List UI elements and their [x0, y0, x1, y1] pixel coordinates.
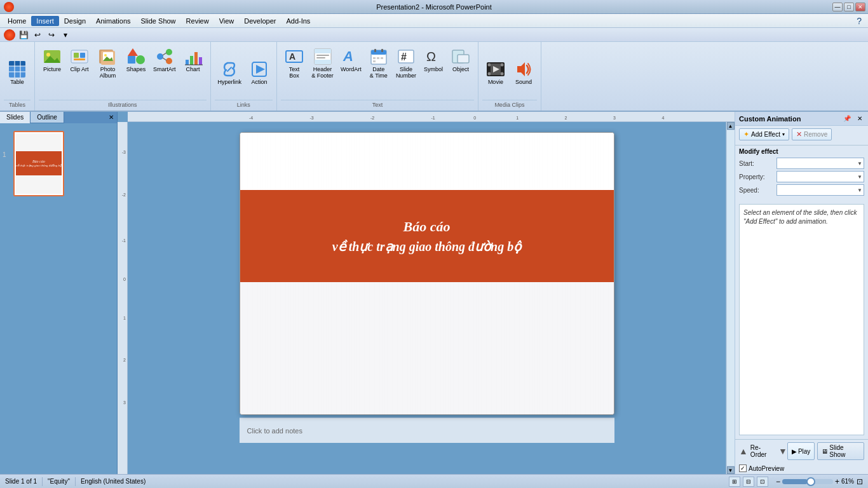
media-clips-group-label: Media Clips [482, 100, 537, 108]
svg-rect-26 [186, 60, 189, 65]
svg-point-7 [46, 53, 50, 57]
customize-qa-btn[interactable]: ▾ [60, 29, 71, 41]
slideshow-btn[interactable]: 🖥 Slide Show [817, 442, 864, 460]
horizontal-ruler: -4 -3 -2 -1 0 1 2 3 4 [128, 112, 735, 122]
menu-review[interactable]: Review [181, 16, 214, 26]
slide-bottom-area[interactable] [240, 282, 614, 414]
zoom-out-btn[interactable]: − [776, 477, 780, 486]
start-key: Start: [739, 160, 774, 167]
autopreview-checkbox[interactable]: ✓ [739, 464, 747, 472]
scroll-down-btn[interactable]: ▼ [727, 466, 735, 474]
minimize-btn[interactable]: — [832, 3, 843, 11]
svg-rect-48 [381, 57, 383, 59]
svg-marker-33 [256, 65, 265, 74]
picture-btn[interactable]: Picture [39, 44, 65, 75]
slide-title-band[interactable]: Báo cáo về thực trạng giao thông đường b… [240, 190, 614, 282]
photoalbum-btn[interactable]: PhotoAlbum [93, 44, 122, 81]
zoom-in-btn[interactable]: + [835, 477, 839, 486]
notes-placeholder: Click to add notes [247, 427, 302, 435]
action-btn[interactable]: Action [246, 57, 273, 88]
menu-slideshow[interactable]: Slide Show [136, 16, 181, 26]
slide-panel: Slides Outline ✕ 1 Báo cáo về thực trạng… [0, 112, 118, 474]
hyperlink-btn[interactable]: Hyperlink [215, 57, 245, 88]
office-btn[interactable] [4, 29, 15, 41]
svg-rect-11 [80, 53, 85, 58]
property-key: Property: [739, 173, 774, 180]
svg-marker-20 [128, 48, 138, 56]
slide-canvas-area[interactable]: Báo cáo về thực trạng giao thông đường b… [128, 122, 726, 474]
menu-design[interactable]: Design [59, 16, 91, 26]
zoom-thumb[interactable] [806, 477, 815, 486]
sound-btn[interactable]: Sound [510, 57, 537, 88]
start-field[interactable]: ▼ [776, 158, 864, 169]
slide-thumbnail-1[interactable]: Báo cáo về thực trạng giao thông đường b… [13, 131, 64, 196]
textbox-btn[interactable]: A TextBox [281, 44, 308, 81]
save-btn[interactable]: 💾 [18, 29, 29, 41]
svg-point-59 [500, 72, 503, 75]
slidenumber-btn[interactable]: # SlideNumber [393, 44, 419, 81]
svg-text:A: A [342, 48, 353, 64]
reorder-up-btn[interactable]: ▲ [739, 446, 748, 456]
object-icon [451, 46, 471, 67]
panel-close-btn2[interactable]: ✕ [855, 114, 864, 123]
datetime-btn[interactable]: Date& Time [365, 44, 392, 81]
notes-area[interactable]: Click to add notes [240, 417, 614, 443]
outline-tab[interactable]: Outline [31, 112, 64, 123]
menu-animations[interactable]: Animations [91, 16, 135, 26]
header-footer-btn[interactable]: Header& Footer [308, 44, 337, 81]
menu-developer[interactable]: Developer [239, 16, 281, 26]
theme-name: "Equity" [48, 478, 70, 485]
play-btn[interactable]: ▶ Play [787, 442, 815, 460]
table-label: Table [10, 79, 24, 86]
slides-tab[interactable]: Slides [0, 112, 31, 123]
status-right: ⊞ ⊟ ⊡ − + 61% ⊡ [729, 477, 863, 487]
shapes-btn[interactable]: Shapes [123, 44, 149, 75]
object-btn[interactable]: Object [447, 44, 474, 75]
zoom-slider[interactable] [782, 479, 833, 484]
panel-header-controls: 📌 ✕ [841, 114, 864, 123]
scroll-up-btn[interactable]: ▲ [727, 122, 735, 130]
clipart-icon [69, 46, 90, 67]
thumb-title2: về thực trạng giao thông đường bộ [16, 163, 62, 167]
menu-addins[interactable]: Add-Ins [281, 16, 315, 26]
table-btn[interactable]: Table [4, 57, 31, 88]
help-btn[interactable]: ? [853, 15, 865, 27]
property-field[interactable]: ▼ [776, 171, 864, 182]
panel-close-btn[interactable]: ✕ [105, 112, 117, 123]
animation-panel-header: Custom Animation 📌 ✕ [735, 112, 868, 126]
smartart-btn[interactable]: SmartArt [150, 44, 179, 75]
svg-marker-62 [517, 62, 525, 76]
panel-pin-btn[interactable]: 📌 [841, 114, 853, 123]
svg-line-25 [163, 58, 166, 60]
vertical-scrollbar[interactable]: ▲ ▼ [726, 122, 735, 474]
svg-rect-47 [377, 57, 379, 59]
speed-field[interactable]: ▼ [776, 184, 864, 196]
close-btn[interactable]: ✕ [855, 3, 865, 11]
thumbnail-content: Báo cáo về thực trạng giao thông đường b… [16, 133, 62, 194]
movie-btn[interactable]: Movie [482, 57, 509, 88]
datetime-icon [369, 46, 389, 67]
reading-view-btn[interactable]: ⊡ [757, 477, 768, 487]
svg-rect-39 [316, 55, 329, 56]
remove-btn[interactable]: ✕ Remove [792, 128, 832, 140]
fit-to-window-btn[interactable]: ⊡ [857, 477, 863, 486]
slide-canvas[interactable]: Báo cáo về thực trạng giao thông đường b… [240, 132, 614, 415]
menu-view[interactable]: View [214, 16, 240, 26]
clipart-btn[interactable]: Clip Art [66, 44, 93, 75]
menu-insert[interactable]: Insert [31, 16, 59, 26]
wordart-label: WordArt [341, 67, 362, 73]
normal-view-btn[interactable]: ⊞ [729, 477, 740, 487]
add-effect-label: Add Effect [751, 131, 780, 138]
slide-sorter-btn[interactable]: ⊟ [743, 477, 754, 487]
wordart-btn[interactable]: A WordArt [337, 44, 365, 75]
maximize-btn[interactable]: □ [844, 3, 854, 11]
main-area: Slides Outline ✕ 1 Báo cáo về thực trạng… [0, 112, 868, 474]
redo-btn[interactable]: ↪ [46, 29, 57, 41]
symbol-btn[interactable]: Ω Symbol [420, 44, 447, 75]
menu-home[interactable]: Home [3, 16, 31, 26]
undo-btn[interactable]: ↩ [32, 29, 43, 41]
menu-bar: Home Insert Design Animations Slide Show… [0, 14, 868, 28]
reorder-down-btn[interactable]: ▼ [778, 446, 787, 456]
chart-btn[interactable]: Chart [180, 44, 207, 75]
add-effect-btn[interactable]: ✦ Add Effect ▾ [739, 128, 789, 140]
